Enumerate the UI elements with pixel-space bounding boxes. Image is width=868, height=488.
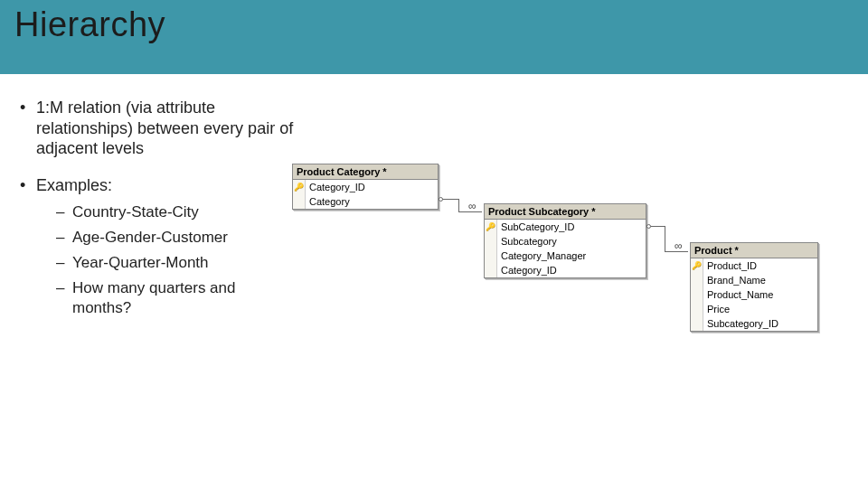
entity-product-subcategory: Product Subcategory * 🔑 SubCategory_ID S… <box>484 203 646 278</box>
connector-endcap <box>646 224 651 229</box>
connector-line <box>665 226 665 251</box>
blank-icon <box>485 263 497 277</box>
connector-line <box>440 199 458 200</box>
cardinality-icon: ∞ <box>468 200 476 212</box>
example-item: Year-Quarter-Month <box>36 253 297 273</box>
connector-endcap <box>439 197 443 202</box>
entity-row: Subcategory <box>485 234 646 249</box>
blank-icon <box>485 234 497 249</box>
entity-title: Product * <box>691 243 817 258</box>
column-label: Subcategory_ID <box>703 318 784 329</box>
blank-icon <box>691 316 703 331</box>
entity-row: 🔑 SubCategory_ID <box>485 220 646 234</box>
entity-row: Brand_Name <box>691 273 817 287</box>
entity-row: 🔑 Product_ID <box>691 258 817 273</box>
column-label: Category_ID <box>497 265 562 276</box>
bullet-label: Examples: <box>36 176 112 194</box>
entity-row: Price <box>691 302 817 316</box>
blank-icon <box>691 287 703 302</box>
entity-title: Product Category * <box>293 164 438 180</box>
entity-product-category: Product Category * 🔑 Category_ID Categor… <box>292 164 439 210</box>
entity-row: Category_Manager <box>485 249 646 263</box>
entity-row: 🔑 Category_ID <box>293 180 438 194</box>
entity-product: Product * 🔑 Product_ID Brand_Name Produc… <box>690 242 818 332</box>
page-title: Hierarchy <box>14 5 854 44</box>
column-label: Brand_Name <box>703 275 771 286</box>
column-label: Category <box>306 196 355 207</box>
column-label: SubCategory_ID <box>497 221 580 232</box>
example-item: How many quarters and months? <box>36 278 297 318</box>
blank-icon <box>691 273 703 287</box>
entity-row: Subcategory_ID <box>691 316 817 331</box>
blank-icon <box>691 302 703 316</box>
column-label: Product_Name <box>703 289 778 300</box>
content-text: 1:M relation (via attribute relationship… <box>16 98 297 334</box>
column-label: Category_Manager <box>497 250 591 261</box>
connector-line <box>458 199 459 211</box>
entity-row: Product_Name <box>691 287 817 302</box>
entity-row: Category_ID <box>485 263 646 277</box>
column-label: Price <box>703 304 735 314</box>
example-item: Age-Gender-Customer <box>36 228 297 248</box>
entity-row: Category <box>293 194 438 209</box>
bullet-item: 1:M relation (via attribute relationship… <box>16 98 297 159</box>
column-label: Product_ID <box>703 260 762 271</box>
entity-title: Product Subcategory * <box>485 204 646 220</box>
column-label: Subcategory <box>497 236 562 247</box>
title-bar: Hierarchy <box>0 0 868 74</box>
key-icon: 🔑 <box>691 258 703 273</box>
key-icon: 🔑 <box>293 180 306 194</box>
key-icon: 🔑 <box>485 220 497 234</box>
cardinality-icon: ∞ <box>675 239 683 252</box>
example-item: Country-State-City <box>36 202 297 222</box>
bullet-item: Examples: Country-State-City Age-Gender-… <box>16 175 297 319</box>
column-label: Category_ID <box>306 182 371 192</box>
blank-icon <box>293 194 306 209</box>
blank-icon <box>485 249 497 263</box>
